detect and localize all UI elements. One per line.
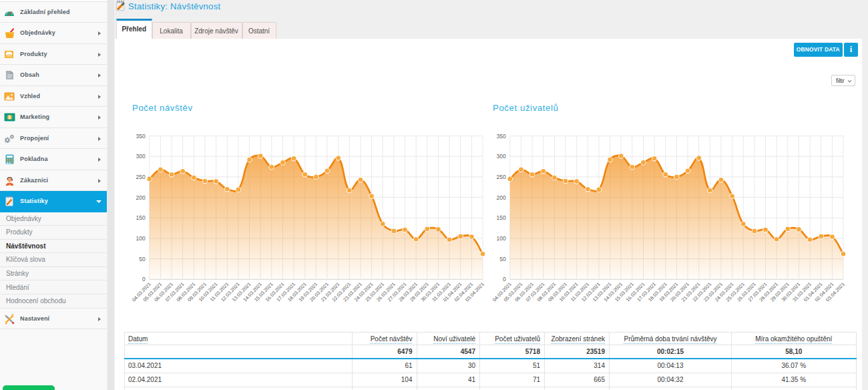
svg-text:350: 350: [497, 133, 506, 140]
svg-text:150: 150: [497, 214, 506, 221]
svg-text:$: $: [9, 115, 11, 120]
svg-text:100: 100: [136, 235, 146, 242]
svg-text:200: 200: [136, 194, 146, 201]
svg-text:100: 100: [497, 235, 506, 242]
svg-text:0: 0: [503, 276, 506, 282]
svg-text:250: 250: [136, 174, 146, 180]
svg-text:300: 300: [136, 153, 146, 160]
svg-text:150: 150: [136, 214, 146, 221]
svg-text:50: 50: [499, 256, 506, 262]
svg-text:350: 350: [136, 133, 146, 140]
svg-text:250: 250: [497, 174, 506, 180]
svg-text:300: 300: [497, 153, 506, 160]
svg-text:0: 0: [142, 276, 146, 282]
svg-text:50: 50: [139, 256, 146, 262]
svg-text:200: 200: [497, 194, 506, 201]
